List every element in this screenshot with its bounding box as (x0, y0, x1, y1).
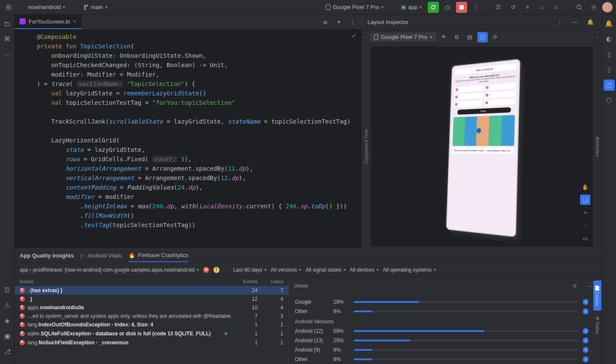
nonfatal-filter-icon[interactable]: ! (213, 267, 219, 273)
tool-icon-2[interactable]: ↺ (507, 1, 519, 13)
live-updates-icon[interactable]: 👁 (439, 32, 449, 42)
issue-users: 4 (258, 296, 283, 302)
assistant-rail-icon[interactable]: ◐ (604, 33, 615, 44)
kotlin-file-icon (20, 18, 26, 24)
code-content[interactable]: @Composable private fun TopicSelection( … (35, 32, 362, 249)
close-tab-icon[interactable]: × (73, 18, 76, 25)
notifications-rail-icon[interactable]: 🔔 (604, 18, 615, 29)
branch-name: main (91, 4, 103, 10)
time-filter[interactable]: Last 60 days▾ (233, 267, 267, 273)
zoom-in-icon[interactable]: ＋ (580, 207, 590, 218)
inspector-more-icon[interactable]: ⋮ (554, 16, 566, 28)
issue-row[interactable]: . }124 (15, 295, 288, 303)
section-heading: Android Versions (295, 319, 589, 325)
devices-filter[interactable]: All devices▾ (350, 267, 379, 273)
file-tab[interactable]: ForYouScreen.kt × (15, 15, 82, 29)
run-target-device[interactable]: Google Pixel 7 Pro ▾ (322, 3, 387, 12)
attributes-tab[interactable]: Attributes (594, 133, 601, 160)
signals-filter[interactable]: All signal states▾ (305, 267, 345, 273)
info-icon[interactable]: i (583, 308, 589, 314)
refresh-icon[interactable]: ⟳ (490, 32, 500, 42)
inspector-minimize-icon[interactable]: — (569, 16, 581, 28)
info-icon[interactable]: i (583, 356, 589, 362)
notifications-icon[interactable]: 🔔 (584, 16, 596, 28)
debug-button[interactable] (441, 1, 453, 13)
app-variant-selector[interactable]: app › prodRelease: [now-in-android] com.… (20, 267, 199, 273)
device-render[interactable]: Now in Android What are you interested i… (446, 59, 520, 237)
tool-icon-4[interactable]: ⌕ (536, 1, 548, 13)
project-tool-icon[interactable]: 🗀 (2, 18, 13, 29)
pan-icon[interactable]: ✋ (580, 182, 590, 192)
filter-label: All versions (271, 267, 297, 273)
layout-inspector-rail-icon[interactable]: ◫ (604, 80, 615, 91)
more-actions-button[interactable]: ⋮ (470, 1, 482, 13)
tab-android-vitals[interactable]: ▷ Android Vitals (80, 249, 121, 262)
details-side-tab[interactable]: 📄 Details (593, 281, 601, 311)
issue-row[interactable]: . (has extras) }247 (15, 286, 288, 295)
insights-tool-icon[interactable]: ◈ (2, 315, 13, 326)
stage-tools: ✋ ❏ ＋ － ▭ (580, 182, 590, 243)
stat-percent: 8% (333, 356, 349, 362)
project-selector[interactable]: nowinandroid ▾ (24, 3, 68, 12)
code-editor[interactable]: ✓ @Composable private fun TopicSelection… (15, 30, 362, 249)
right-tool-rail: 🔔 ◐ ▯ ▯ ◫ ⬡ (601, 15, 616, 364)
layers-icon[interactable]: ❏ (580, 195, 590, 205)
filter-bar: app › prodRelease: [now-in-android] com.… (15, 263, 601, 277)
overlay-icon[interactable]: ▤ (465, 32, 475, 42)
issue-events: 1 (232, 340, 258, 346)
info-icon[interactable]: i (583, 299, 589, 305)
tool-icon-1[interactable]: ☰ (492, 1, 504, 13)
settings-button[interactable] (588, 1, 600, 13)
versions-filter[interactable]: All versions▾ (271, 267, 301, 273)
android-rail-icon[interactable]: ⬡ (604, 95, 615, 106)
issue-row[interactable]: lang.IndexOutOfBoundsException - Index: … (15, 320, 288, 329)
info-icon[interactable]: i (583, 328, 589, 334)
issues-list-pane: Issues Events Users . (has extras) }247.… (15, 277, 289, 364)
tool-icon-5[interactable]: ⎌ (551, 1, 563, 13)
tab-app-quality[interactable]: App Quality Insights (20, 249, 74, 262)
editor-gutter[interactable] (15, 32, 35, 249)
main-menu-icon[interactable] (3, 2, 14, 12)
bug-icon (444, 4, 451, 11)
issue-row[interactable]: sqlite.SQLiteFullException - database or… (15, 329, 288, 338)
inspector-device-selector[interactable]: Google Pixel 7 Pro ▾ (370, 33, 436, 41)
branch-selector[interactable]: main ▾ (79, 3, 110, 12)
editor-more-icon[interactable]: ⋮ (346, 16, 358, 28)
info-icon[interactable]: i (583, 347, 589, 353)
issue-row[interactable]: lang.NoSuchFieldException - _consensus11 (15, 338, 288, 347)
component-tree-tab[interactable]: Component Tree (362, 126, 370, 168)
notes-side-tab[interactable]: 🗎 Notes (594, 311, 601, 338)
issue-name: …ed to system_server and system apps onl… (27, 313, 232, 319)
emulator-rail-icon[interactable]: ▯ (604, 64, 615, 75)
snapshot-icon[interactable]: ⧉ (452, 32, 462, 42)
details-settings-icon[interactable]: ⚙ (569, 280, 581, 292)
split-dropdown-icon[interactable]: ▾ (333, 16, 345, 28)
run-config-selector[interactable]: ▣ app ▾ (397, 3, 425, 12)
build-tool-icon[interactable]: ☲ (2, 284, 13, 296)
device-rail-icon[interactable]: ▯ (604, 49, 615, 60)
chevron-left-icon[interactable]: ‹ (366, 35, 367, 39)
issue-row[interactable]: apps.nowinandroid/u0a104 (15, 303, 288, 312)
chevron-right-icon[interactable]: › (597, 35, 598, 39)
structure-tool-icon[interactable]: ⌘ (2, 33, 13, 44)
user-avatar[interactable] (602, 2, 613, 12)
info-icon[interactable]: i (583, 337, 589, 343)
problems-tool-icon[interactable]: ⚠ (2, 300, 13, 311)
stop-button[interactable] (456, 2, 467, 13)
3d-mode-icon[interactable]: ◫ (477, 32, 488, 42)
run-button[interactable] (428, 2, 439, 13)
layout-3d-stage[interactable]: Now in Android What are you interested i… (371, 47, 593, 247)
fatal-filter-icon[interactable]: ✕ (203, 267, 209, 273)
reader-mode-icon[interactable]: ≣ (319, 16, 331, 28)
zoom-out-icon[interactable]: － (580, 220, 590, 231)
issue-row[interactable]: …ed to system_server and system apps onl… (15, 312, 288, 320)
zoom-fit-icon[interactable]: ▭ (580, 233, 590, 243)
terminal-tool-icon[interactable]: ▣ (2, 331, 13, 342)
search-everywhere-icon[interactable] (573, 1, 585, 13)
inspection-ok-icon[interactable]: ✓ (352, 32, 357, 39)
tool-icon-3[interactable]: ≡ (521, 1, 533, 13)
tab-firebase-crashlytics[interactable]: 🔥 Firebase Crashlytics (128, 249, 188, 262)
more-tool-icon[interactable]: ⋯ (2, 49, 13, 60)
vcs-tool-icon[interactable]: ⎇ (2, 346, 13, 357)
os-filter[interactable]: All operating systems▾ (383, 267, 436, 273)
